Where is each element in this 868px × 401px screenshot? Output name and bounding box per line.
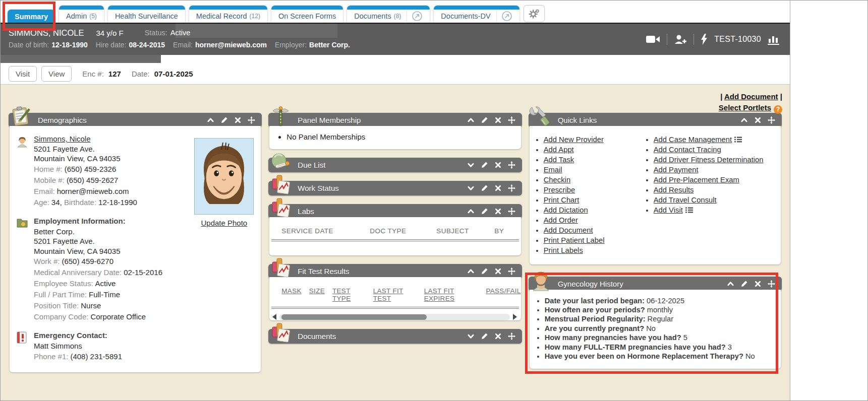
- move-icon[interactable]: [248, 116, 255, 124]
- add-document-link[interactable]: Add Document: [724, 92, 778, 101]
- close-icon[interactable]: [494, 161, 502, 169]
- quick-link-add-results[interactable]: Add Results: [654, 186, 694, 194]
- quick-link-add-driver-fitness[interactable]: Add Driver Fitness Determination: [654, 156, 764, 164]
- gynecology-header[interactable]: Gynecology History: [529, 277, 782, 291]
- horizontal-scrollbar: [272, 313, 516, 320]
- close-icon[interactable]: [754, 116, 762, 124]
- quick-link-add-order[interactable]: Add Order: [544, 216, 578, 224]
- fit-col-pass-fail[interactable]: PASS/FAIL: [486, 287, 520, 302]
- quick-link-add-payment[interactable]: Add Payment: [654, 166, 699, 174]
- quick-link-checkin[interactable]: Checkin: [544, 176, 570, 184]
- move-icon[interactable]: [508, 332, 515, 340]
- patient-name-link[interactable]: Simmons, Nicole: [34, 135, 91, 143]
- add-person-icon[interactable]: [674, 34, 687, 44]
- help-icon[interactable]: ?: [774, 105, 782, 114]
- labs-header[interactable]: Labs: [268, 204, 522, 219]
- tab-medical-record[interactable]: Medical Record(12): [189, 6, 267, 23]
- quick-link-add-document[interactable]: Add Document: [544, 226, 593, 234]
- due-list-header[interactable]: Due List: [268, 158, 522, 172]
- fit-col-last-fit-expires[interactable]: LAST FIT EXPIRES: [424, 287, 479, 302]
- expand-icon[interactable]: [467, 332, 475, 340]
- age-value: 34,: [51, 198, 62, 207]
- close-icon[interactable]: [494, 184, 502, 192]
- tab-admin[interactable]: Admin(5): [59, 6, 104, 23]
- collapse-icon[interactable]: [467, 208, 475, 215]
- quick-link-print-chart[interactable]: Print Chart: [544, 196, 580, 204]
- quick-link-email[interactable]: Email: [544, 166, 562, 174]
- view-button[interactable]: View: [41, 66, 72, 82]
- expand-icon[interactable]: [467, 184, 475, 192]
- fit-test-table-header: MASK SIZE TEST TYPE LAST FIT TEST LAST F…: [269, 279, 520, 307]
- move-icon[interactable]: [768, 280, 775, 288]
- quick-link-add-case-management[interactable]: Add Case Management: [654, 136, 732, 144]
- fit-col-size[interactable]: SIZE: [309, 287, 325, 302]
- panel-membership-header[interactable]: Panel Membership: [268, 113, 522, 127]
- quick-link-add-contact-tracing[interactable]: Add Contact Tracing: [654, 146, 721, 154]
- edit-icon[interactable]: [481, 268, 488, 275]
- documents-header[interactable]: Documents: [268, 329, 522, 344]
- lightning-icon[interactable]: [701, 34, 708, 45]
- chart-stats-icon[interactable]: [768, 34, 780, 45]
- fit-col-last-fit-test[interactable]: LAST FIT TEST: [373, 287, 417, 302]
- quick-link-print-labels[interactable]: Print Labels: [544, 246, 583, 254]
- collapse-icon[interactable]: [207, 116, 214, 124]
- close-icon[interactable]: [494, 208, 502, 215]
- expand-icon[interactable]: [467, 161, 475, 169]
- scroll-left-arrow[interactable]: [272, 314, 276, 320]
- tab-settings-button[interactable]: [524, 5, 545, 22]
- collapse-icon[interactable]: [740, 116, 748, 124]
- video-camera-icon[interactable]: [646, 35, 660, 44]
- close-icon[interactable]: [494, 268, 502, 275]
- quick-link-add-task[interactable]: Add Task: [544, 156, 574, 164]
- close-icon[interactable]: [234, 116, 242, 124]
- quick-link-add-pre-placement-exam[interactable]: Add Pre-Placement Exam: [654, 176, 739, 184]
- edit-icon[interactable]: [481, 161, 488, 169]
- quick-link-print-patient-label[interactable]: Print Patient Label: [544, 236, 605, 244]
- tab-health-surveillance[interactable]: Health Surveillance: [108, 6, 185, 23]
- visit-button[interactable]: Visit: [9, 66, 37, 82]
- edit-icon[interactable]: [740, 280, 748, 288]
- fit-col-mask[interactable]: MASK: [281, 287, 301, 302]
- collapse-icon[interactable]: [727, 280, 734, 288]
- employer-name: Better Corp.: [34, 227, 255, 237]
- quick-link-add-dictation[interactable]: Add Dictation: [544, 206, 588, 214]
- fit-test-header[interactable]: Fit Test Results: [268, 264, 522, 279]
- tab-documents-dv[interactable]: Documents-DV: [434, 6, 519, 23]
- close-icon[interactable]: [494, 116, 502, 124]
- scrollbar-track[interactable]: [279, 314, 509, 320]
- fit-col-test-type[interactable]: TEST TYPE: [332, 287, 366, 302]
- popout-icon[interactable]: [412, 11, 423, 22]
- quick-link-add-appt[interactable]: Add Appt: [544, 146, 574, 154]
- popout-icon[interactable]: [501, 11, 512, 22]
- move-icon[interactable]: [508, 208, 515, 215]
- quick-link-prescribe[interactable]: Prescribe: [544, 186, 575, 194]
- move-icon[interactable]: [508, 161, 515, 169]
- collapse-icon[interactable]: [467, 116, 475, 124]
- edit-icon[interactable]: [481, 208, 488, 215]
- edit-icon[interactable]: [220, 116, 228, 124]
- demographics-header[interactable]: Demographics: [9, 113, 262, 127]
- scroll-right-arrow[interactable]: [513, 314, 517, 320]
- move-icon[interactable]: [508, 268, 515, 275]
- quick-links-header[interactable]: Quick Links: [529, 113, 782, 127]
- quick-link-add-visit[interactable]: Add Visit: [654, 206, 683, 214]
- move-icon[interactable]: [768, 116, 775, 124]
- move-icon[interactable]: [508, 184, 515, 192]
- tab-documents[interactable]: Documents(8): [347, 6, 430, 23]
- move-icon[interactable]: [508, 116, 515, 124]
- tab-on-screen-forms[interactable]: On Screen Forms: [271, 6, 343, 23]
- update-photo-link[interactable]: Update Photo: [201, 219, 247, 227]
- tab-summary[interactable]: Summary: [8, 10, 55, 23]
- collapse-icon[interactable]: [467, 268, 475, 275]
- close-icon[interactable]: [754, 280, 762, 288]
- labs-col-by: BY: [494, 227, 520, 235]
- edit-icon[interactable]: [481, 332, 488, 340]
- select-portlets-link[interactable]: Select Portlets: [719, 103, 771, 112]
- close-icon[interactable]: [494, 332, 502, 340]
- scrollbar-thumb[interactable]: [281, 314, 426, 320]
- edit-icon[interactable]: [481, 184, 488, 192]
- work-status-header[interactable]: Work Status: [268, 181, 522, 195]
- quick-link-add-new-provider[interactable]: Add New Provider: [544, 136, 604, 144]
- quick-link-add-travel-consult[interactable]: Add Travel Consult: [654, 196, 717, 204]
- edit-icon[interactable]: [481, 116, 488, 124]
